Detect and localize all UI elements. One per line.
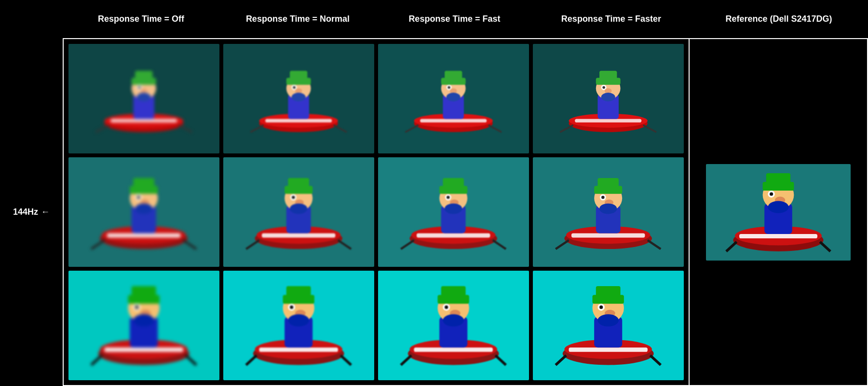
svg-rect-99 [598, 178, 619, 190]
grid-row-2 [68, 157, 684, 267]
svg-point-155 [598, 314, 619, 326]
svg-rect-125 [286, 286, 311, 298]
svg-rect-151 [596, 286, 621, 298]
svg-line-28 [406, 125, 419, 132]
header-col-faster: Response Time = Faster [533, 14, 690, 24]
scene-r2-c1 [68, 157, 219, 267]
cell-r1-c4 [533, 44, 684, 153]
svg-point-64 [135, 203, 152, 214]
cell-r1-c2 [223, 44, 374, 153]
svg-rect-112 [132, 286, 156, 298]
svg-line-55 [183, 240, 196, 249]
scene-r3-c1 [68, 271, 219, 380]
reference-panel [690, 38, 868, 386]
svg-point-127 [290, 305, 293, 309]
svg-rect-73 [288, 178, 310, 190]
grid-row-1 [68, 44, 684, 153]
svg-point-153 [599, 305, 603, 309]
svg-rect-17 [265, 119, 332, 122]
scene-r3-c4 [533, 271, 684, 380]
svg-rect-30 [420, 119, 487, 122]
cell-r3-c1 [68, 271, 219, 380]
cell-r1-c3 [378, 44, 529, 153]
header-reference: Reference (Dell S2417DG) [690, 14, 868, 24]
svg-line-107 [186, 355, 197, 365]
svg-line-3 [179, 125, 192, 132]
svg-line-42 [643, 125, 656, 132]
main-grid [63, 38, 690, 386]
cell-r2-c1 [68, 157, 219, 267]
svg-rect-160 [739, 234, 817, 238]
svg-line-94 [648, 240, 661, 249]
hz-label-area: 144Hz ← [0, 38, 63, 386]
svg-point-75 [292, 195, 295, 199]
svg-rect-69 [262, 233, 336, 237]
scene-r3-c3 [378, 271, 529, 380]
svg-line-68 [338, 240, 351, 249]
scene-r3-c2 [223, 271, 374, 380]
svg-point-25 [292, 93, 306, 101]
scene-r2-c3 [378, 157, 529, 267]
header-col-fast: Response Time = Fast [376, 14, 533, 24]
svg-point-10 [138, 86, 141, 88]
svg-point-49 [603, 86, 605, 88]
svg-line-106 [92, 355, 102, 365]
header-col-normal: Response Time = Normal [219, 14, 376, 24]
cell-r3-c3 [378, 271, 529, 380]
cell-r2-c2 [223, 157, 374, 267]
svg-rect-164 [766, 173, 790, 185]
svg-rect-43 [575, 119, 641, 122]
svg-line-132 [401, 355, 412, 365]
svg-rect-95 [571, 233, 645, 237]
svg-line-80 [401, 240, 414, 249]
svg-rect-4 [110, 119, 177, 122]
svg-line-29 [488, 125, 502, 132]
reference-image [706, 164, 851, 261]
svg-rect-134 [414, 347, 493, 352]
scene-r2-c4 [533, 157, 684, 267]
svg-point-36 [448, 86, 450, 88]
svg-rect-147 [569, 347, 648, 352]
svg-point-62 [137, 195, 140, 199]
svg-point-129 [288, 314, 310, 326]
svg-point-90 [445, 203, 462, 214]
reference-scene [706, 164, 851, 261]
cell-r3-c4 [533, 271, 684, 380]
scene-r1-c4 [533, 44, 684, 153]
svg-line-120 [341, 355, 352, 365]
svg-line-119 [246, 355, 257, 365]
cell-r1-c1 [68, 44, 219, 153]
svg-point-12 [137, 93, 151, 101]
svg-point-23 [293, 86, 296, 88]
svg-rect-8 [135, 70, 152, 81]
cell-r2-c3 [378, 157, 529, 267]
svg-rect-121 [259, 347, 338, 352]
svg-rect-108 [105, 347, 183, 352]
svg-line-2 [96, 125, 109, 132]
svg-line-93 [556, 240, 569, 249]
svg-line-159 [820, 242, 830, 251]
cell-r3-c2 [223, 271, 374, 380]
svg-rect-34 [445, 70, 462, 81]
svg-rect-56 [107, 233, 181, 237]
svg-line-16 [334, 125, 347, 132]
scene-r2-c2 [223, 157, 374, 267]
svg-point-114 [135, 305, 138, 309]
svg-point-166 [770, 192, 773, 195]
svg-point-88 [447, 195, 450, 199]
svg-point-101 [601, 195, 605, 199]
header-col-off: Response Time = Off [63, 14, 219, 24]
svg-line-146 [651, 355, 661, 365]
svg-rect-82 [417, 233, 490, 237]
svg-point-77 [290, 203, 307, 214]
scene-r1-c3 [378, 44, 529, 153]
svg-rect-21 [290, 70, 307, 81]
svg-rect-86 [443, 178, 464, 190]
svg-rect-60 [134, 178, 155, 190]
header-row: Response Time = Off Response Time = Norm… [0, 0, 868, 38]
svg-point-168 [768, 201, 788, 213]
svg-line-133 [496, 355, 506, 365]
main-area: 144Hz ← [0, 38, 868, 386]
svg-line-54 [92, 240, 105, 249]
svg-point-140 [445, 305, 448, 309]
